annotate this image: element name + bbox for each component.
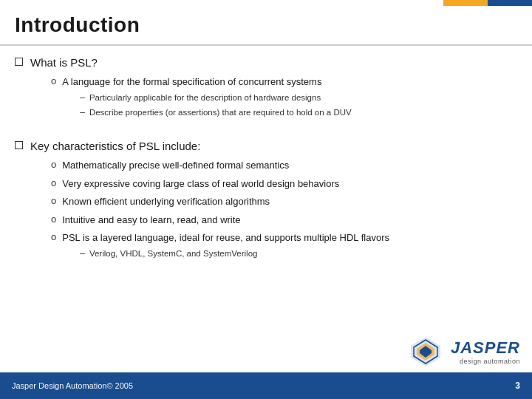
- dash-list-s2: – Verilog, VHDL, SystemC, and SystemVeri…: [80, 248, 389, 260]
- logo-name: JASPER: [451, 338, 520, 358]
- o-marker: o: [51, 214, 56, 225]
- sub-bullet-item: o Intuitive and easy to learn, read, and…: [51, 213, 389, 228]
- sub-bullet-item: o PSL is a layered language, ideal for r…: [51, 231, 389, 262]
- section1-title: What is PSL?: [30, 56, 98, 69]
- main-content: What is PSL? o A language for the formal…: [0, 55, 532, 266]
- dash-marker-icon: –: [80, 248, 85, 259]
- sub-text-s2-3: Intuitive and easy to learn, read, and w…: [62, 213, 240, 228]
- bullet-square-icon: [15, 58, 23, 66]
- jasper-logo: JASPER design automation: [408, 335, 521, 368]
- blue-bar: [488, 0, 532, 6]
- dash-text-s2-0: Verilog, VHDL, SystemC, and SystemVerilo…: [89, 248, 258, 260]
- jasper-logo-icon: [408, 335, 443, 368]
- o-marker: o: [51, 159, 56, 170]
- dash-text-1: Particularly applicable for the descript…: [89, 92, 321, 104]
- dash-item: – Describe properties (or assertions) th…: [80, 106, 351, 119]
- section2-sub-list: o Mathematically precise well-defined fo…: [51, 158, 389, 262]
- o-marker: o: [51, 75, 56, 86]
- sub-text-s2-1: Very expressive coving large class of re…: [62, 177, 339, 191]
- sub-bullet-text-1: A language for the formal specification …: [62, 76, 321, 87]
- sub-bullet-item: o Mathematically precise well-defined fo…: [51, 158, 389, 173]
- o-marker: o: [51, 177, 56, 188]
- section1-bullet: What is PSL? o A language for the formal…: [15, 55, 517, 125]
- footer-page-number: 3: [515, 381, 520, 391]
- sub-bullet-item: o Very expressive coving large class of …: [51, 177, 389, 191]
- sub-text-s2-4: PSL is a layered language, ideal for reu…: [62, 232, 389, 243]
- title-section: Introduction: [0, 0, 532, 46]
- sub-bullet-item: o A language for the formal specificatio…: [51, 75, 352, 121]
- sub-bullet-item: o Known efficient underlying verificatio…: [51, 194, 389, 209]
- sub-text-s2-0: Mathematically precise well-defined form…: [62, 158, 289, 173]
- footer: Jasper Design Automation© 2005 3: [0, 372, 532, 399]
- footer-copyright: Jasper Design Automation© 2005: [12, 381, 133, 390]
- dash-item: – Verilog, VHDL, SystemC, and SystemVeri…: [80, 248, 389, 260]
- dash-text-2: Describe properties (or assertions) that…: [89, 106, 352, 119]
- top-accent-bars: [443, 0, 532, 6]
- bullet-square-icon: [15, 141, 23, 149]
- section2-title: Key characteristics of PSL include:: [30, 140, 200, 152]
- dash-list-1: – Particularly applicable for the descri…: [80, 92, 351, 120]
- sub-text-s2-2: Known efficient underlying verification …: [62, 194, 270, 209]
- logo-area: JASPER design automation: [408, 335, 521, 368]
- dash-marker-icon: –: [80, 107, 85, 117]
- logo-subtitle: design automation: [451, 358, 520, 365]
- o-marker: o: [51, 195, 56, 206]
- section1-sub-list: o A language for the formal specificatio…: [51, 75, 352, 121]
- dash-item: – Particularly applicable for the descri…: [80, 92, 351, 104]
- o-marker: o: [51, 231, 56, 242]
- dash-marker-icon: –: [80, 92, 85, 103]
- section2-bullet: Key characteristics of PSL include: o Ma…: [15, 138, 517, 266]
- gold-bar: [443, 0, 488, 6]
- page-title: Introduction: [15, 13, 510, 37]
